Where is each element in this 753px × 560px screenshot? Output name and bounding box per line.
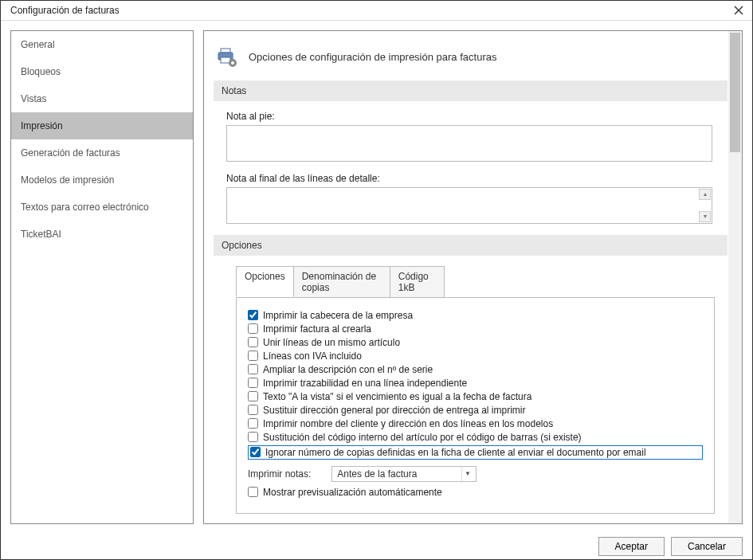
scrollbar[interactable] <box>728 31 742 523</box>
section-opciones: Opciones <box>214 235 728 256</box>
input-nota-final[interactable]: ▴ ▾ <box>226 187 712 224</box>
check-a-la-vista[interactable]: Texto "A la vista" si el vencimiento es … <box>248 391 703 402</box>
sidebar-item-label: Textos para correo electrónico <box>21 202 149 213</box>
check-cabecera[interactable]: Imprimir la cabecera de la empresa <box>248 310 703 321</box>
check-imprimir-crear[interactable]: Imprimir factura al crearla <box>248 323 703 335</box>
sidebar-item-label: General <box>21 39 55 50</box>
button-label: Cancelar <box>688 541 726 552</box>
check-label: Sustituir dirección general por direcció… <box>263 405 525 416</box>
window-title: Configuración de facturas <box>10 5 120 16</box>
sidebar-item-label: Generación de facturas <box>21 147 120 159</box>
tab-label: Denominación de copias <box>302 271 376 293</box>
page-title: Opciones de configuración de impresión p… <box>249 51 496 63</box>
check-label: Imprimir trazabilidad en una línea indep… <box>263 378 467 389</box>
body-area: General Bloqueos Vistas Impresión Genera… <box>1 21 752 534</box>
sidebar-item-general[interactable]: General <box>11 31 193 58</box>
checkbox[interactable] <box>250 447 261 457</box>
sidebar-item-label: Vistas <box>21 93 46 104</box>
check-label: Sustitución del código interno del artíc… <box>263 432 582 443</box>
checkbox[interactable] <box>248 432 258 442</box>
sidebar-item-modelos[interactable]: Modelos de impresión <box>11 166 193 194</box>
checkbox[interactable] <box>248 337 258 347</box>
checkbox[interactable] <box>248 378 258 388</box>
scrollbar-thumb[interactable] <box>730 33 740 152</box>
check-sustituir-direccion[interactable]: Sustituir dirección general por direcció… <box>248 405 703 416</box>
tab-label: Código 1kB <box>398 271 429 293</box>
label-imprimir-notas: Imprimir notas: <box>248 468 311 480</box>
check-sustitucion-codigo[interactable]: Sustitución del código interno del artíc… <box>248 432 703 443</box>
tab-denominacion[interactable]: Denominación de copias <box>294 266 390 297</box>
sidebar-item-bloqueos[interactable]: Bloqueos <box>11 58 193 85</box>
tab-opciones[interactable]: Opciones <box>236 266 294 297</box>
label-nota-final: Nota al final de las líneas de detalle: <box>226 173 728 184</box>
tabs: Opciones Denominación de copias Código 1… <box>236 265 445 297</box>
tab-codigo1kb[interactable]: Código 1kB <box>390 266 445 297</box>
sidebar-item-impresion[interactable]: Impresión <box>11 112 193 139</box>
checkbox[interactable] <box>248 405 258 415</box>
scroll-up-icon[interactable]: ▴ <box>699 189 711 200</box>
check-label: Unir líneas de un mismo artículo <box>263 337 400 348</box>
check-ignorar-copias[interactable]: Ignorar número de copias definidas en la… <box>248 445 703 460</box>
checkbox[interactable] <box>248 310 258 320</box>
sidebar-item-generacion[interactable]: Generación de facturas <box>11 139 193 166</box>
accept-button[interactable]: Aceptar <box>598 537 665 556</box>
printer-settings-icon <box>217 47 237 68</box>
check-label: Líneas con IVA incluido <box>263 350 362 362</box>
sidebar-item-ticketbai[interactable]: TicketBAI <box>11 221 193 248</box>
checkbox[interactable] <box>248 391 258 401</box>
header-row: Opciones de configuración de impresión p… <box>217 47 728 68</box>
dialog-invoice-config: Configuración de facturas General Bloque… <box>0 0 753 560</box>
check-label: Imprimir factura al crearla <box>263 323 371 335</box>
check-label: Imprimir nombre del cliente y dirección … <box>263 418 553 429</box>
label-nota-pie: Nota al pie: <box>226 111 728 122</box>
checkbox[interactable] <box>248 323 258 334</box>
check-label: Ignorar número de copias definidas en la… <box>265 447 646 458</box>
sidebar-item-textos-correo[interactable]: Textos para correo electrónico <box>11 194 193 221</box>
sidebar: General Bloqueos Vistas Impresión Genera… <box>10 30 194 524</box>
check-label: Ampliar la descripción con el nº de seri… <box>263 364 433 375</box>
tab-label: Opciones <box>245 271 285 282</box>
check-label: Texto "A la vista" si el vencimiento es … <box>263 391 531 402</box>
input-nota-pie[interactable] <box>226 125 712 162</box>
tab-panel-opciones: Imprimir la cabecera de la empresa Impri… <box>236 297 715 514</box>
cancel-button[interactable]: Cancelar <box>671 537 743 556</box>
sidebar-item-label: Bloqueos <box>21 66 61 77</box>
section-notas: Notas <box>214 80 728 101</box>
sidebar-item-label: Modelos de impresión <box>21 174 114 186</box>
check-unir-lineas[interactable]: Unir líneas de un mismo artículo <box>248 337 703 348</box>
svg-rect-2 <box>221 49 230 53</box>
chevron-down-icon: ▼ <box>461 467 473 481</box>
checkbox[interactable] <box>248 418 258 429</box>
checkbox[interactable] <box>248 487 258 497</box>
checkbox[interactable] <box>248 350 258 361</box>
sidebar-item-vistas[interactable]: Vistas <box>11 85 193 112</box>
footer: Aceptar Cancelar <box>1 534 752 559</box>
titlebar: Configuración de facturas <box>1 1 752 21</box>
checkbox[interactable] <box>248 364 258 374</box>
svg-point-6 <box>231 61 234 65</box>
select-imprimir-notas[interactable]: Antes de la factura ▼ <box>331 466 477 482</box>
check-label: Mostrar previsualización automáticamente <box>263 487 442 498</box>
close-icon[interactable] <box>733 5 744 16</box>
check-nombre-direccion[interactable]: Imprimir nombre del cliente y dirección … <box>248 418 703 429</box>
select-value: Antes de la factura <box>337 468 417 480</box>
main-panel: Opciones de configuración de impresión p… <box>203 30 743 524</box>
button-label: Aceptar <box>615 541 648 552</box>
check-ampliar-desc[interactable]: Ampliar la descripción con el nº de seri… <box>248 364 703 375</box>
sidebar-item-label: TicketBAI <box>21 229 61 240</box>
check-label: Imprimir la cabecera de la empresa <box>263 310 413 321</box>
check-iva[interactable]: Líneas con IVA incluido <box>248 350 703 362</box>
check-previsualizacion[interactable]: Mostrar previsualización automáticamente <box>248 487 703 498</box>
sidebar-item-label: Impresión <box>21 120 63 131</box>
check-trazabilidad[interactable]: Imprimir trazabilidad en una línea indep… <box>248 378 703 389</box>
print-notes-row: Imprimir notas: Antes de la factura ▼ <box>248 466 703 482</box>
scroll-down-icon[interactable]: ▾ <box>699 211 711 222</box>
